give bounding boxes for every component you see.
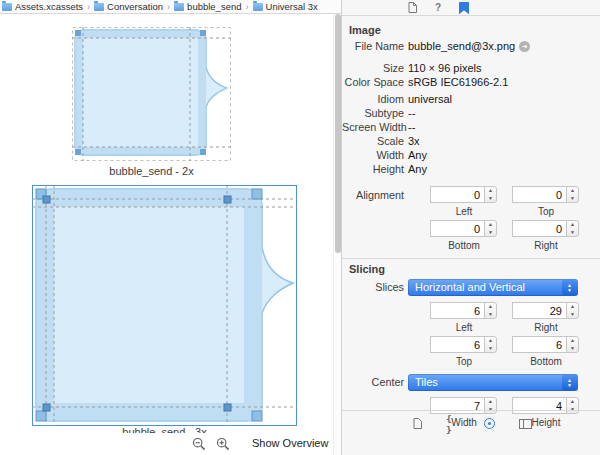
alignment-right-field[interactable] xyxy=(512,220,567,237)
quick-help-tab[interactable]: ? xyxy=(432,2,444,14)
slices-label: Slices xyxy=(342,281,404,294)
reveal-arrow-icon[interactable]: ➜ xyxy=(519,41,530,52)
split-rect-icon xyxy=(519,419,532,429)
breadcrumb-item-universal-3x[interactable]: Universal 3x xyxy=(253,1,318,12)
slicing-section-header: Slicing xyxy=(349,263,600,275)
idiom-value: universal xyxy=(408,93,578,106)
image-slot-icon xyxy=(253,3,263,11)
center-label: Center xyxy=(342,376,404,389)
slices-popup[interactable]: Horizontal and Vertical xyxy=(408,279,578,296)
stepper-up-icon[interactable] xyxy=(567,337,578,345)
alignment-left: Left xyxy=(430,186,498,218)
file-inspector-icon xyxy=(408,2,417,13)
alignment-top: Top xyxy=(512,186,580,218)
alignment-left-stepper[interactable] xyxy=(484,186,497,203)
field-label: Height xyxy=(342,163,404,176)
document-icon xyxy=(413,418,422,429)
alignment-right-stepper[interactable] xyxy=(566,220,579,237)
alignment-section: Alignment Left xyxy=(342,186,600,254)
field-label: Size xyxy=(342,62,404,75)
canvas-vertical-scrollbar[interactable] xyxy=(333,14,341,455)
color-space-row: Color Space sRGB IEC61966-2.1 xyxy=(342,76,600,89)
center-row: Center Tiles xyxy=(342,374,600,391)
alignment-bottom-caption: Bottom xyxy=(430,239,498,252)
slice-left-caption: Left xyxy=(430,321,498,334)
zoom-out-button[interactable] xyxy=(192,437,206,451)
popup-arrows-icon xyxy=(562,280,577,295)
bubble-2x-preview[interactable] xyxy=(72,27,231,161)
slice-bottom-stepper[interactable] xyxy=(566,336,579,353)
stepper-down-icon[interactable] xyxy=(567,311,578,319)
stepper-down-icon[interactable] xyxy=(485,345,496,353)
stepper-up-icon[interactable] xyxy=(485,398,496,406)
field-label: Color Space xyxy=(342,76,404,89)
inspector-tab-bar: ? xyxy=(342,0,600,16)
alignment-right: Right xyxy=(512,220,580,252)
asset-catalog-icon xyxy=(2,3,12,11)
breadcrumb-item-bubble-send[interactable]: bubble_send xyxy=(174,1,241,12)
alignment-top-field[interactable] xyxy=(512,186,567,203)
breadcrumb-separator: › xyxy=(245,2,250,12)
field-label: Idiom xyxy=(342,93,404,106)
stepper-down-icon[interactable] xyxy=(567,345,578,353)
bubble-2x-image xyxy=(72,27,231,161)
stepper-down-icon[interactable] xyxy=(567,229,578,237)
stepper-up-icon[interactable] xyxy=(567,398,578,406)
stepper-down-icon[interactable] xyxy=(567,195,578,203)
slice-left-field[interactable] xyxy=(430,302,485,319)
breadcrumb-item-conversation[interactable]: Conversation xyxy=(94,1,163,12)
zoom-in-button[interactable] xyxy=(216,437,230,451)
slice-bottom-field[interactable] xyxy=(512,336,567,353)
object-library-tab[interactable] xyxy=(518,417,532,431)
slice-right-field[interactable] xyxy=(512,302,567,319)
slice-top: Top xyxy=(430,336,498,368)
center-popup[interactable]: Tiles xyxy=(408,374,578,391)
alignment-top-caption: Top xyxy=(512,205,580,218)
breadcrumb-separator: › xyxy=(86,2,91,12)
slicing-canvas: bubble_send - 2x xyxy=(0,14,333,455)
stepper-up-icon[interactable] xyxy=(485,337,496,345)
stepper-down-icon[interactable] xyxy=(485,195,496,203)
question-mark-icon: ? xyxy=(435,2,441,13)
stepper-up-icon[interactable] xyxy=(567,221,578,229)
field-label: Width xyxy=(342,149,404,162)
size-row: Size 110 × 96 pixels xyxy=(342,62,600,75)
alignment-bottom-stepper[interactable] xyxy=(484,220,497,237)
subtype-row: Subtype -- xyxy=(342,107,600,120)
slice-top-stepper[interactable] xyxy=(484,336,497,353)
stepper-up-icon[interactable] xyxy=(485,221,496,229)
file-template-tab[interactable] xyxy=(410,417,424,431)
slice-right-stepper[interactable] xyxy=(566,302,579,319)
slice-left-stepper[interactable] xyxy=(484,302,497,319)
attributes-inspector-tab[interactable] xyxy=(458,2,470,14)
bubble-3x-preview[interactable] xyxy=(32,185,297,426)
breadcrumb-item-assets[interactable]: Assets.xcassets xyxy=(2,1,83,12)
height-row: Height Any xyxy=(342,163,600,176)
size-value: 110 × 96 pixels xyxy=(408,62,578,75)
stepper-up-icon[interactable] xyxy=(485,303,496,311)
stepper-down-icon[interactable] xyxy=(485,229,496,237)
stepper-up-icon[interactable] xyxy=(567,187,578,195)
stepper-up-icon[interactable] xyxy=(567,303,578,311)
alignment-top-stepper[interactable] xyxy=(566,186,579,203)
folder-icon xyxy=(94,3,104,11)
field-label: Subtype xyxy=(342,107,404,120)
media-library-tab[interactable] xyxy=(482,417,496,431)
slice-right-caption: Right xyxy=(512,321,580,334)
stepper-down-icon[interactable] xyxy=(485,311,496,319)
breadcrumb-label: bubble_send xyxy=(187,1,241,12)
breadcrumb-label: Conversation xyxy=(107,1,163,12)
breadcrumb-label: Assets.xcassets xyxy=(15,1,83,12)
alignment-bottom-field[interactable] xyxy=(430,220,485,237)
code-snippet-tab[interactable]: { } xyxy=(446,417,460,431)
slice-top-field[interactable] xyxy=(430,336,485,353)
alignment-left-field[interactable] xyxy=(430,186,485,203)
attributes-inspector: ? Image File Name bubble_send@3x.png ➜ S… xyxy=(341,0,600,455)
height-value: Any xyxy=(408,163,578,176)
stepper-up-icon[interactable] xyxy=(485,187,496,195)
slice-bottom: Bottom xyxy=(512,336,580,368)
circle-dot-icon xyxy=(484,418,495,429)
show-overview-button[interactable]: Show Overview xyxy=(252,437,328,449)
file-inspector-tab[interactable] xyxy=(406,2,418,14)
inspector-content: Image File Name bubble_send@3x.png ➜ Siz… xyxy=(342,16,600,431)
